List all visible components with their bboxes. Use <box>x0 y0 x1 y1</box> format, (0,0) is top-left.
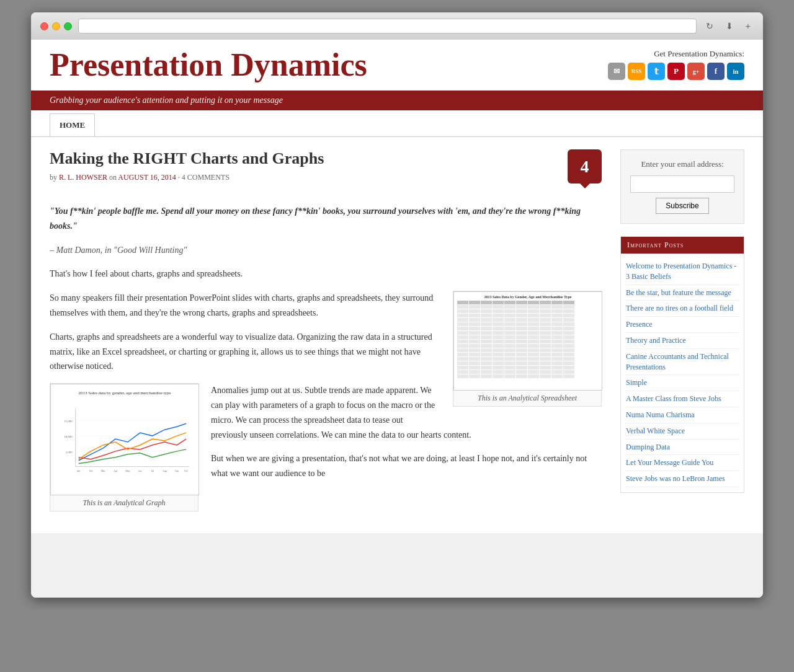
post-link-9[interactable]: Verbal White Space <box>626 423 739 440</box>
post-link-10[interactable]: Dumping Data <box>626 440 739 456</box>
email-input[interactable] <box>630 175 734 193</box>
svg-text:Jul: Jul <box>151 469 154 472</box>
header-right: Get Presentation Dynamics: ✉ RSS 𝕥 P g+ … <box>608 49 744 80</box>
post-link-6[interactable]: Simple <box>626 375 739 391</box>
close-button[interactable] <box>40 22 48 30</box>
comment-count: 4 <box>581 157 589 177</box>
comments-count: · 4 COMMENTS <box>178 173 230 182</box>
graph-title: 2013 Sales data by gender, age and merch… <box>57 391 192 396</box>
spreadsheet-caption: This is an Analytical Spreadsheet <box>453 391 601 406</box>
svg-text:Sep: Sep <box>175 469 179 472</box>
svg-text:Jan: Jan <box>77 469 80 472</box>
svg-text:Jun: Jun <box>138 469 142 472</box>
title-bar: ↻ ⬇ + <box>31 12 763 40</box>
minimize-button[interactable] <box>52 22 60 30</box>
traffic-lights <box>40 22 72 30</box>
subscribe-button[interactable]: Subscribe <box>656 198 708 214</box>
main-layout: 4 Making the RIGHT Charts and Graphs by … <box>31 137 763 533</box>
svg-text:15,000: 15,000 <box>64 420 73 423</box>
svg-text:Feb: Feb <box>89 469 93 472</box>
quote-attribution: – Matt Damon, in "Good Will Hunting" <box>50 243 602 258</box>
svg-text:Apr: Apr <box>114 469 118 472</box>
download-button[interactable]: ⬇ <box>723 20 736 32</box>
body-paragraph-1: That's how I feel about charts, graphs a… <box>50 267 602 281</box>
social-label: Get Presentation Dynamics: <box>608 49 744 59</box>
post-link-2[interactable]: There are no tires on a football field <box>626 301 739 317</box>
new-tab-button[interactable]: + <box>743 20 754 32</box>
browser-window: ↻ ⬇ + Presentation Dynamics Get Presenta… <box>31 12 763 598</box>
article-date[interactable]: AUGUST 16, 2014 <box>118 173 176 182</box>
spreadsheet-image: 2013 Sales Data by Gender, Age and Merch… <box>453 291 602 391</box>
post-link-8[interactable]: Numa Numa Charisma <box>626 407 739 423</box>
author-name[interactable]: R. L. HOWSER <box>59 173 107 182</box>
graph-svg: 15,000 10,000 5,000 Jan Feb <box>57 399 192 485</box>
post-link-3[interactable]: Presence <box>626 317 739 333</box>
sidebar: Enter your email address: Subscribe Impo… <box>620 149 744 521</box>
email-label: Enter your email address: <box>630 159 734 169</box>
comment-badge: 4 <box>568 149 602 183</box>
graph-caption: This is an Analytical Graph <box>50 495 198 511</box>
site-header: Presentation Dynamics Get Presentation D… <box>31 40 763 91</box>
important-posts-widget: Important Posts Welcome to Presentation … <box>620 236 744 493</box>
social-icons: ✉ RSS 𝕥 P g+ f in <box>608 63 744 80</box>
refresh-button[interactable]: ↻ <box>703 20 716 32</box>
graph-image: 2013 Sales data by gender, age and merch… <box>50 384 199 495</box>
post-link-1[interactable]: Be the star, but feature the message <box>626 285 739 301</box>
graph-figure: 2013 Sales data by gender, age and merch… <box>50 383 198 511</box>
address-bar[interactable] <box>78 19 697 33</box>
svg-text:5,000: 5,000 <box>66 451 73 454</box>
spreadsheet-figure: 2013 Sales Data by Gender, Age and Merch… <box>453 291 602 407</box>
gplus-social-icon[interactable]: g+ <box>687 63 705 80</box>
site-logo[interactable]: Presentation Dynamics <box>50 49 367 81</box>
nav-home[interactable]: HOME <box>50 113 95 136</box>
tagline-bar: Grabbing your audience's attention and p… <box>31 91 763 110</box>
article-body: "You f**kin' people baffle me. Spend all… <box>50 204 602 521</box>
svg-text:May: May <box>125 469 130 472</box>
rss-social-icon[interactable]: RSS <box>628 63 645 80</box>
svg-text:Aug: Aug <box>163 469 167 472</box>
post-link-11[interactable]: Let Your Message Guide You <box>626 455 739 471</box>
main-content: 4 Making the RIGHT Charts and Graphs by … <box>50 149 620 521</box>
svg-text:10,000: 10,000 <box>64 435 73 439</box>
email-social-icon[interactable]: ✉ <box>608 63 625 80</box>
nav-bar: HOME <box>31 110 763 137</box>
svg-text:Mar: Mar <box>101 469 105 472</box>
maximize-button[interactable] <box>64 22 72 30</box>
article-title: Making the RIGHT Charts and Graphs <box>50 149 602 168</box>
important-posts-list: Welcome to Presentation Dynamics - 3 Bas… <box>621 254 744 492</box>
post-link-5[interactable]: Canine Accountants and Technical Present… <box>626 349 739 376</box>
page-content: Presentation Dynamics Get Presentation D… <box>31 40 763 598</box>
important-posts-title: Important Posts <box>621 237 744 254</box>
email-widget: Enter your email address: Subscribe <box>620 149 744 224</box>
article-quote: "You f**kin' people baffle me. Spend all… <box>50 204 602 234</box>
author-by: by <box>50 173 57 182</box>
linkedin-social-icon[interactable]: in <box>727 63 744 80</box>
post-link-12[interactable]: Steve Jobs was no LeBron James <box>626 471 739 487</box>
twitter-social-icon[interactable]: 𝕥 <box>648 63 665 80</box>
meta-on: on <box>109 173 117 182</box>
pinterest-social-icon[interactable]: P <box>667 63 685 80</box>
tagline-text: Grabbing your audience's attention and p… <box>50 95 283 105</box>
svg-text:Oct: Oct <box>184 469 189 472</box>
post-link-4[interactable]: Theory and Practice <box>626 333 739 349</box>
post-link-0[interactable]: Welcome to Presentation Dynamics - 3 Bas… <box>626 259 739 285</box>
facebook-social-icon[interactable]: f <box>707 63 725 80</box>
post-link-7[interactable]: A Master Class from Steve Jobs <box>626 391 739 407</box>
article-meta: by R. L. HOWSER on AUGUST 16, 2014 · 4 C… <box>50 173 602 182</box>
